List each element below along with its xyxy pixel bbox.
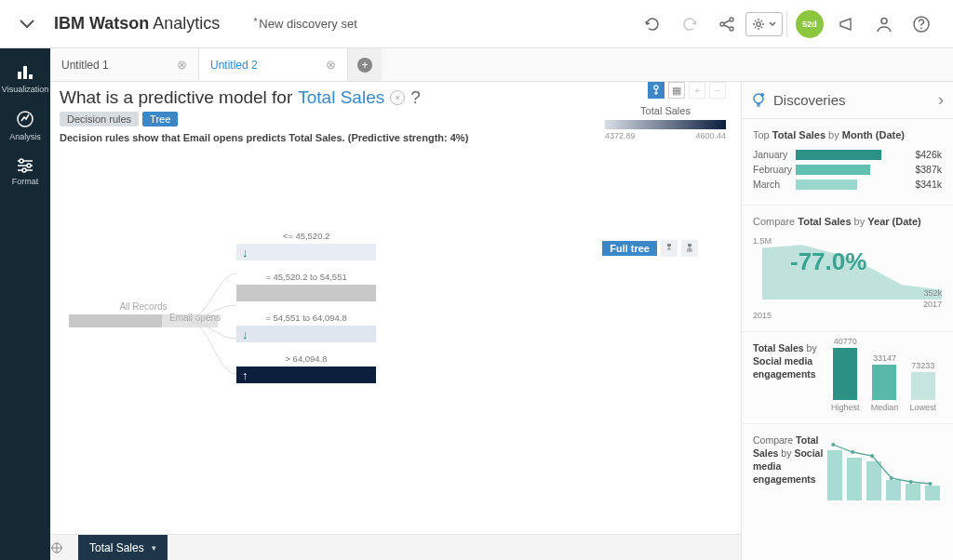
leaf-condition: = 54,551 to 64,094.8: [236, 313, 376, 323]
tree-leaf-1[interactable]: <= 45,520.2 ↓: [236, 231, 376, 260]
shelf-metric-label: Total Sales: [89, 541, 144, 554]
arrow-down-icon: ↓: [242, 246, 248, 260]
app-header: IBM Watson Analytics New discovery set 5…: [0, 0, 953, 48]
bar-row: February$387k: [753, 164, 942, 175]
rail-label: Format: [12, 177, 39, 186]
legend-gradient: [605, 120, 726, 129]
end-value: 352k: [923, 288, 942, 298]
card-title: Compare Total Sales by Social media enga…: [753, 433, 825, 500]
arrow-up-icon: ↑: [242, 368, 248, 382]
redo-button[interactable]: [671, 6, 708, 43]
leaf-condition: > 64,094.8: [236, 353, 376, 364]
svg-point-13: [22, 168, 26, 172]
arrow-down-icon: ↓: [242, 327, 248, 341]
help-button[interactable]: [903, 6, 940, 43]
legend-title: Total Sales: [605, 105, 726, 116]
bar-row: March$341k: [753, 179, 942, 190]
tree-leaf-4[interactable]: > 64,094.8 ↑: [236, 353, 376, 383]
rail-format[interactable]: Format: [0, 149, 50, 195]
megaphone-icon: [838, 15, 856, 33]
rail-label: Analysis: [9, 132, 41, 141]
shelf-metric[interactable]: Total Sales ▾: [78, 535, 168, 561]
tab-untitled-2[interactable]: Untitled 2 ⊗: [199, 48, 348, 81]
tab-bar: Untitled 1 ⊗ Untitled 2 ⊗ +: [50, 48, 953, 82]
plus-icon: +: [357, 58, 372, 73]
zoom-in-button[interactable]: +: [689, 82, 705, 99]
left-rail: Visualization Analysis Format: [0, 48, 50, 560]
decision-tree: All Records Email opens <= 45,520.2 ↓ = …: [60, 246, 732, 460]
legend-min: 4372.89: [605, 131, 636, 140]
analysis-icon: [16, 110, 34, 128]
main-canvas: What is a predictive model for Total Sal…: [50, 82, 741, 534]
bar-row: January$426k: [753, 149, 942, 160]
x-end: 2017: [923, 300, 942, 309]
user-icon: [875, 15, 893, 33]
bottom-shelf: Total Sales ▾: [50, 534, 741, 560]
pill-tree[interactable]: Tree: [142, 112, 178, 127]
svg-point-0: [720, 22, 724, 26]
settings-dropdown[interactable]: [745, 12, 783, 36]
bar-chart-icon: [16, 64, 34, 81]
question-metric[interactable]: Total Sales: [298, 87, 384, 108]
discovery-card-year-compare[interactable]: Compare Total Sales by Year (Date) 1.5M …: [742, 206, 953, 331]
svg-point-18: [760, 93, 764, 97]
share-button[interactable]: [708, 6, 745, 43]
chevron-down-icon: [20, 20, 34, 29]
discoveries-title: Discoveries: [773, 92, 938, 108]
grid-toggle[interactable]: ▦: [668, 82, 685, 99]
menu-toggle[interactable]: [13, 10, 41, 38]
rail-label: Visualization: [2, 85, 48, 94]
key-insight-toggle[interactable]: [648, 82, 664, 99]
svg-point-3: [757, 21, 760, 25]
add-tab-button[interactable]: +: [348, 48, 382, 81]
account-button[interactable]: [866, 6, 903, 43]
svg-rect-9: [29, 74, 33, 79]
close-icon[interactable]: ⊗: [326, 58, 336, 72]
svg-point-2: [730, 27, 733, 31]
tab-label: Untitled 1: [61, 59, 109, 72]
svg-point-24: [928, 482, 932, 486]
document-name[interactable]: New discovery set: [253, 17, 356, 31]
color-legend: Total Sales 4372.894600.44: [605, 105, 726, 140]
rail-analysis[interactable]: Analysis: [0, 102, 50, 149]
discoveries-header[interactable]: Discoveries ›: [742, 82, 953, 119]
key-icon: [651, 85, 661, 96]
tree-connectors: [162, 264, 236, 394]
rail-visualization[interactable]: Visualization: [0, 56, 50, 102]
discovery-card-social-bars[interactable]: Total Sales by Social media engagements …: [742, 332, 953, 424]
svg-point-21: [870, 454, 874, 458]
leaf-condition: <= 45,520.2: [236, 231, 376, 241]
chevron-right-icon[interactable]: ›: [938, 90, 944, 110]
chevron-down-icon: [769, 21, 776, 27]
close-icon[interactable]: ⊗: [177, 58, 187, 72]
delta-value: -77.0%: [790, 247, 866, 276]
discovery-card-top-month[interactable]: Top Total Sales by Month (Date) January$…: [742, 119, 953, 206]
svg-point-19: [831, 443, 835, 447]
card-title: Total Sales by Social media engagements: [753, 341, 825, 412]
tree-leaf-2[interactable]: = 45,520.2 to 54,551: [236, 272, 376, 301]
svg-point-22: [890, 476, 893, 480]
card-title: Top Total Sales by Month (Date): [753, 128, 942, 141]
svg-point-14: [654, 86, 658, 89]
svg-point-6: [920, 27, 922, 29]
pill-decision-rules[interactable]: Decision rules: [60, 112, 139, 127]
legend-max: 4600.44: [695, 131, 726, 140]
svg-rect-7: [18, 72, 21, 79]
discovery-card-social-compare[interactable]: Compare Total Sales by Social media enga…: [742, 424, 953, 512]
canvas-tool-row: ▦ + −: [648, 82, 726, 99]
zoom-out-button[interactable]: −: [709, 82, 726, 99]
bar-group: 40770Highest 33147Median 73233Lowest: [825, 341, 942, 412]
drop-target-icon[interactable]: [50, 541, 78, 554]
trend-line: [825, 433, 942, 500]
tab-untitled-1[interactable]: Untitled 1 ⊗: [50, 48, 199, 81]
svg-point-1: [730, 18, 733, 21]
svg-point-12: [27, 164, 31, 167]
discoveries-panel: Discoveries › Top Total Sales by Month (…: [741, 82, 953, 560]
combo-chart: [825, 433, 942, 500]
leaf-condition: = 45,520.2 to 54,551: [236, 272, 376, 282]
announce-button[interactable]: [828, 6, 866, 43]
trial-days[interactable]: 52d: [791, 6, 828, 43]
tree-leaf-3[interactable]: = 54,551 to 64,094.8 ↓: [236, 313, 376, 342]
undo-button[interactable]: [634, 6, 671, 43]
clear-metric-button[interactable]: ×: [390, 90, 405, 105]
